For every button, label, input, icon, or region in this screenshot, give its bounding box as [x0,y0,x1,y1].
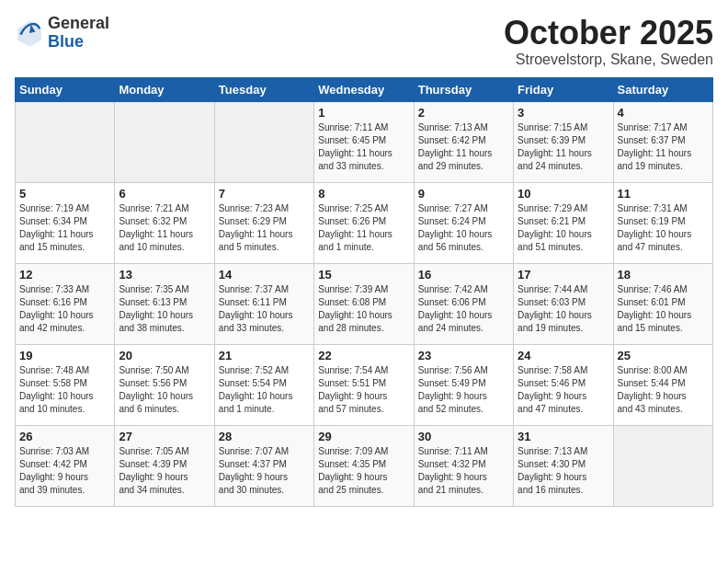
day-info-1-4: Sunrise: 7:27 AM Sunset: 6:24 PM Dayligh… [418,202,509,254]
day-cell-1-3: 8Sunrise: 7:25 AM Sunset: 6:26 PM Daylig… [314,182,414,263]
day-cell-0-0 [16,101,115,182]
day-cell-2-1: 13Sunrise: 7:35 AM Sunset: 6:13 PM Dayli… [115,263,214,344]
day-cell-1-2: 7Sunrise: 7:23 AM Sunset: 6:29 PM Daylig… [214,182,313,263]
day-number-18: 18 [618,268,709,282]
day-info-0-6: Sunrise: 7:17 AM Sunset: 6:37 PM Dayligh… [618,121,709,173]
calendar-title: October 2025 [504,15,713,52]
day-cell-4-4: 30Sunrise: 7:11 AM Sunset: 4:32 PM Dayli… [414,425,513,506]
page-header: General Blue October 2025 Stroevelstorp,… [15,15,713,68]
day-cell-0-5: 3Sunrise: 7:15 AM Sunset: 6:39 PM Daylig… [514,101,613,182]
day-cell-2-5: 17Sunrise: 7:44 AM Sunset: 6:03 PM Dayli… [514,263,613,344]
day-number-15: 15 [318,268,409,282]
day-number-31: 31 [518,430,609,443]
day-number-7: 7 [219,187,310,201]
day-info-3-2: Sunrise: 7:52 AM Sunset: 5:54 PM Dayligh… [219,364,310,416]
day-info-3-0: Sunrise: 7:48 AM Sunset: 5:58 PM Dayligh… [19,364,110,416]
day-number-27: 27 [119,430,210,443]
day-cell-2-2: 14Sunrise: 7:37 AM Sunset: 6:11 PM Dayli… [214,263,313,344]
logo-icon [15,18,44,48]
week-row-5: 26Sunrise: 7:03 AM Sunset: 4:42 PM Dayli… [16,425,713,506]
day-cell-3-0: 19Sunrise: 7:48 AM Sunset: 5:58 PM Dayli… [16,344,115,425]
day-info-4-5: Sunrise: 7:13 AM Sunset: 4:30 PM Dayligh… [518,445,609,497]
day-number-19: 19 [19,349,110,362]
day-number-11: 11 [618,187,709,201]
day-cell-2-0: 12Sunrise: 7:33 AM Sunset: 6:16 PM Dayli… [16,263,115,344]
day-cell-3-4: 23Sunrise: 7:56 AM Sunset: 5:49 PM Dayli… [414,344,513,425]
day-number-20: 20 [119,349,210,362]
day-cell-4-0: 26Sunrise: 7:03 AM Sunset: 4:42 PM Dayli… [16,425,115,506]
day-info-1-3: Sunrise: 7:25 AM Sunset: 6:26 PM Dayligh… [318,202,409,254]
day-info-4-2: Sunrise: 7:07 AM Sunset: 4:37 PM Dayligh… [219,445,310,497]
week-row-3: 12Sunrise: 7:33 AM Sunset: 6:16 PM Dayli… [16,263,713,344]
calendar-location: Stroevelstorp, Skane, Sweden [504,52,713,68]
day-info-2-4: Sunrise: 7:42 AM Sunset: 6:06 PM Dayligh… [418,283,509,335]
day-number-28: 28 [219,430,310,443]
day-number-9: 9 [418,187,509,201]
day-info-2-2: Sunrise: 7:37 AM Sunset: 6:11 PM Dayligh… [219,283,310,335]
day-cell-1-0: 5Sunrise: 7:19 AM Sunset: 6:34 PM Daylig… [16,182,115,263]
day-cell-1-6: 11Sunrise: 7:31 AM Sunset: 6:19 PM Dayli… [613,182,712,263]
day-info-1-5: Sunrise: 7:29 AM Sunset: 6:21 PM Dayligh… [518,202,609,254]
day-info-4-0: Sunrise: 7:03 AM Sunset: 4:42 PM Dayligh… [19,445,110,497]
day-cell-1-4: 9Sunrise: 7:27 AM Sunset: 6:24 PM Daylig… [414,182,513,263]
header-saturday: Saturday [613,77,712,101]
day-info-0-4: Sunrise: 7:13 AM Sunset: 6:42 PM Dayligh… [418,121,509,173]
day-info-4-3: Sunrise: 7:09 AM Sunset: 4:35 PM Dayligh… [318,445,409,497]
day-number-24: 24 [518,349,609,362]
header-thursday: Thursday [414,77,513,101]
day-info-1-0: Sunrise: 7:19 AM Sunset: 6:34 PM Dayligh… [19,202,110,254]
day-cell-4-3: 29Sunrise: 7:09 AM Sunset: 4:35 PM Dayli… [314,425,414,506]
header-wednesday: Wednesday [314,77,414,101]
day-info-2-3: Sunrise: 7:39 AM Sunset: 6:08 PM Dayligh… [318,283,409,335]
logo: General Blue [15,15,109,52]
day-cell-3-1: 20Sunrise: 7:50 AM Sunset: 5:56 PM Dayli… [115,344,214,425]
day-number-8: 8 [318,187,409,201]
day-cell-4-5: 31Sunrise: 7:13 AM Sunset: 4:30 PM Dayli… [514,425,613,506]
day-cell-0-1 [115,101,214,182]
day-cell-2-6: 18Sunrise: 7:46 AM Sunset: 6:01 PM Dayli… [613,263,712,344]
logo-text: General Blue [48,15,109,52]
day-number-26: 26 [19,430,110,443]
day-info-4-4: Sunrise: 7:11 AM Sunset: 4:32 PM Dayligh… [418,445,509,497]
calendar-table: Sunday Monday Tuesday Wednesday Thursday… [15,77,713,507]
day-cell-4-2: 28Sunrise: 7:07 AM Sunset: 4:37 PM Dayli… [214,425,313,506]
week-row-2: 5Sunrise: 7:19 AM Sunset: 6:34 PM Daylig… [16,182,713,263]
logo-general-text: General [48,15,109,33]
day-cell-3-2: 21Sunrise: 7:52 AM Sunset: 5:54 PM Dayli… [214,344,313,425]
day-number-14: 14 [219,268,310,282]
day-cell-1-5: 10Sunrise: 7:29 AM Sunset: 6:21 PM Dayli… [514,182,613,263]
day-cell-3-6: 25Sunrise: 8:00 AM Sunset: 5:44 PM Dayli… [613,344,712,425]
header-tuesday: Tuesday [214,77,313,101]
day-info-1-6: Sunrise: 7:31 AM Sunset: 6:19 PM Dayligh… [618,202,709,254]
day-info-3-1: Sunrise: 7:50 AM Sunset: 5:56 PM Dayligh… [119,364,210,416]
day-number-23: 23 [418,349,509,362]
title-block: October 2025 Stroevelstorp, Skane, Swede… [504,15,713,68]
day-number-22: 22 [318,349,409,362]
calendar-header-row: Sunday Monday Tuesday Wednesday Thursday… [16,77,713,101]
week-row-1: 1Sunrise: 7:11 AM Sunset: 6:45 PM Daylig… [16,101,713,182]
day-cell-0-4: 2Sunrise: 7:13 AM Sunset: 6:42 PM Daylig… [414,101,513,182]
header-monday: Monday [115,77,214,101]
day-cell-0-2 [214,101,313,182]
day-number-16: 16 [418,268,509,282]
day-info-1-2: Sunrise: 7:23 AM Sunset: 6:29 PM Dayligh… [219,202,310,254]
day-number-12: 12 [19,268,110,282]
logo-blue-text: Blue [48,33,109,52]
day-info-3-3: Sunrise: 7:54 AM Sunset: 5:51 PM Dayligh… [318,364,409,416]
day-number-30: 30 [418,430,509,443]
day-cell-3-5: 24Sunrise: 7:58 AM Sunset: 5:46 PM Dayli… [514,344,613,425]
day-number-25: 25 [618,349,709,362]
day-number-4: 4 [618,106,709,120]
day-info-2-0: Sunrise: 7:33 AM Sunset: 6:16 PM Dayligh… [19,283,110,335]
page-container: General Blue October 2025 Stroevelstorp,… [0,0,728,514]
day-cell-1-1: 6Sunrise: 7:21 AM Sunset: 6:32 PM Daylig… [115,182,214,263]
day-info-2-6: Sunrise: 7:46 AM Sunset: 6:01 PM Dayligh… [618,283,709,335]
day-cell-0-3: 1Sunrise: 7:11 AM Sunset: 6:45 PM Daylig… [314,101,414,182]
day-info-2-1: Sunrise: 7:35 AM Sunset: 6:13 PM Dayligh… [119,283,210,335]
day-number-5: 5 [19,187,110,201]
day-cell-4-6 [613,425,712,506]
day-cell-0-6: 4Sunrise: 7:17 AM Sunset: 6:37 PM Daylig… [613,101,712,182]
day-info-3-4: Sunrise: 7:56 AM Sunset: 5:49 PM Dayligh… [418,364,509,416]
day-number-3: 3 [518,106,609,120]
day-number-17: 17 [518,268,609,282]
